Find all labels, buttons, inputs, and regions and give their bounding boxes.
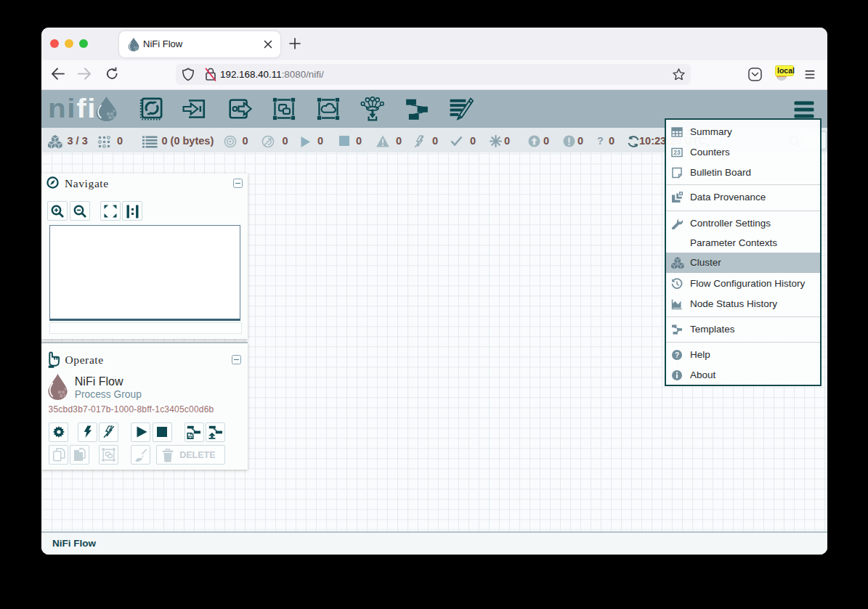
svg-text:23: 23	[673, 149, 681, 156]
svg-text:?: ?	[675, 351, 679, 359]
